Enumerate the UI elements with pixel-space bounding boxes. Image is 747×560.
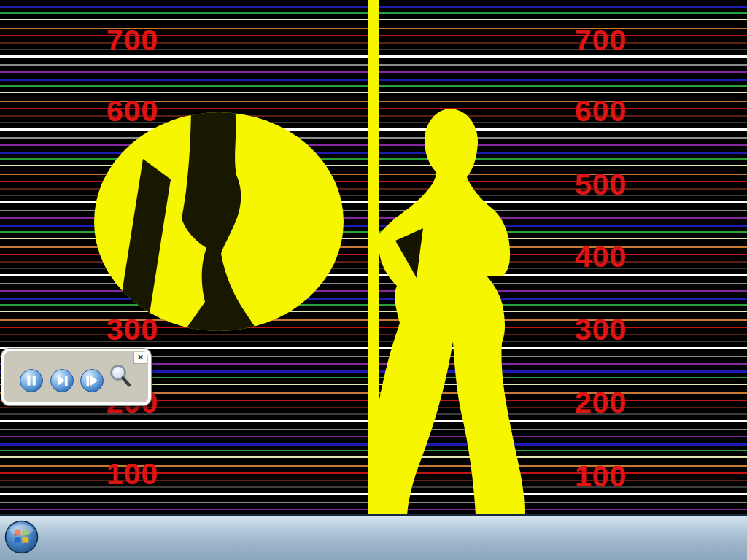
- dancer-body: [371, 109, 525, 516]
- skip-next-button[interactable]: [50, 368, 74, 393]
- playback-control-panel: ×: [1, 349, 151, 405]
- desktop-screen: 700600500400300200100 700600500400300200…: [0, 0, 747, 560]
- start-button[interactable]: [4, 520, 39, 554]
- pacman-logo: [94, 105, 344, 337]
- taskbar: VBWV ▲ ▼ » Desktop V 1:37 PM Saturday 9/…: [0, 514, 747, 560]
- step-forward-button[interactable]: [80, 368, 104, 393]
- magnifier-icon[interactable]: [107, 362, 133, 392]
- pause-button[interactable]: [19, 368, 44, 393]
- video-overlay: [0, 0, 747, 516]
- dancer-silhouette: [371, 109, 525, 516]
- close-icon[interactable]: ×: [133, 352, 147, 364]
